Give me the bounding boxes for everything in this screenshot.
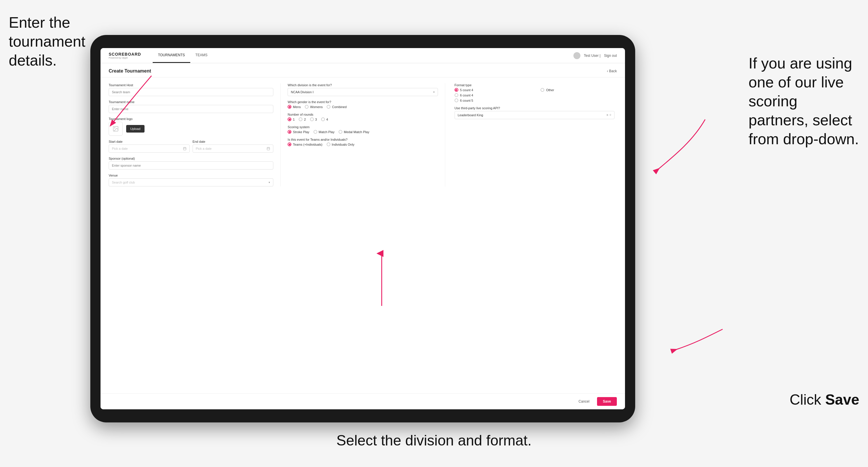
end-date-input[interactable]: Pick a date — [193, 145, 274, 153]
end-date-label: End date — [193, 140, 274, 143]
arrow-live-scoring — [641, 117, 714, 175]
tournament-logo-field: Tournament logo Upload — [109, 117, 273, 136]
tournament-name-label: Tournament name — [109, 100, 273, 104]
back-button[interactable]: ‹ Back — [607, 69, 617, 73]
radio-icon — [455, 88, 458, 92]
scoring-match[interactable]: Match Play — [313, 130, 335, 134]
event-type-field: Is this event for Teams and/or Individua… — [287, 138, 438, 146]
event-teams[interactable]: Teams (+Individuals) — [287, 143, 322, 146]
rounds-radio-group: 1 2 3 4 — [287, 117, 438, 121]
svg-rect-2 — [183, 148, 186, 150]
rounds-4[interactable]: 4 — [321, 117, 328, 121]
event-type-radio-group: Teams (+Individuals) Individuals Only — [287, 143, 438, 146]
radio-icon — [455, 98, 458, 102]
tablet-screen: SCOREBOARD Powered by clippit TOURNAMENT… — [100, 48, 625, 409]
tournament-logo-label: Tournament logo — [109, 117, 273, 121]
nav-tab-teams[interactable]: TEAMS — [190, 48, 213, 63]
date-row: Start date Pick a date End date — [109, 140, 273, 153]
middle-column: Which division is the event for? NCAA Di… — [280, 83, 445, 186]
form-footer: Cancel Save — [100, 393, 625, 409]
event-type-label: Is this event for Teams and/or Individua… — [287, 138, 438, 141]
gender-mens[interactable]: Mens — [287, 105, 301, 109]
radio-icon — [321, 117, 325, 121]
save-button[interactable]: Save — [597, 397, 617, 406]
form-header: Create Tournament ‹ Back — [100, 63, 625, 77]
start-date-input[interactable]: Pick a date — [109, 145, 190, 153]
right-column: Format type 5 count 4 Other — [452, 83, 617, 186]
user-name: Test User | — [584, 54, 600, 58]
rounds-field: Number of rounds 1 2 — [287, 113, 438, 121]
rounds-1[interactable]: 1 — [287, 117, 294, 121]
format-5count4[interactable]: 5 count 4 — [455, 88, 534, 92]
division-select[interactable]: NCAA Division I ▾ — [287, 88, 438, 96]
gender-womens[interactable]: Womens — [305, 105, 322, 109]
gender-radio-group: Mens Womens Combined — [287, 105, 438, 109]
svg-rect-6 — [267, 148, 270, 150]
format-6count5[interactable]: 6 count 5 — [455, 98, 534, 102]
radio-icon — [287, 117, 291, 121]
annotation-select-division: Select the division and format. — [337, 432, 532, 450]
third-party-label: Use third-party live scoring API? — [455, 106, 615, 110]
nav-tabs: TOURNAMENTS TEAMS — [153, 48, 213, 63]
tablet-device: SCOREBOARD Powered by clippit TOURNAMENT… — [90, 35, 635, 423]
user-avatar — [574, 52, 581, 59]
start-date-field: Start date Pick a date — [109, 140, 190, 153]
scoring-field: Scoring system Stroke Play Match Play — [287, 125, 438, 134]
logo-placeholder — [109, 122, 123, 136]
format-options-group: 5 count 4 Other 6 count 4 — [455, 88, 615, 102]
scoring-radio-group: Stroke Play Match Play Medal Match Play — [287, 130, 438, 134]
rounds-label: Number of rounds — [287, 113, 438, 116]
radio-icon — [455, 93, 458, 97]
chevron-down-icon: ▾ — [269, 181, 270, 184]
scoring-label: Scoring system — [287, 125, 438, 129]
form-container: Create Tournament ‹ Back Tournament Host… — [100, 63, 625, 409]
navbar: SCOREBOARD Powered by clippit TOURNAMENT… — [100, 48, 625, 63]
rounds-3[interactable]: 3 — [310, 117, 317, 121]
venue-label: Venue — [109, 174, 273, 177]
event-individuals[interactable]: Individuals Only — [327, 143, 354, 146]
cancel-button[interactable]: Cancel — [574, 397, 594, 406]
radio-icon — [313, 130, 317, 134]
venue-select[interactable]: Search golf club ▾ — [109, 178, 273, 186]
scoring-medal[interactable]: Medal Match Play — [339, 130, 369, 134]
tournament-name-field: Tournament name — [109, 100, 273, 113]
tournament-name-input[interactable] — [109, 105, 273, 113]
radio-icon — [339, 130, 342, 134]
sign-out-link[interactable]: Sign out — [604, 54, 617, 58]
third-party-select[interactable]: Leaderboard King × ÷ — [455, 111, 615, 119]
sponsor-label: Sponsor (optional) — [109, 157, 273, 160]
venue-field: Venue Search golf club ▾ — [109, 174, 273, 186]
clear-icon[interactable]: × ÷ — [606, 113, 611, 117]
gender-combined[interactable]: Combined — [327, 105, 346, 109]
division-field: Which division is the event for? NCAA Di… — [287, 83, 438, 96]
tournament-host-label: Tournament Host — [109, 83, 273, 87]
annotation-enter-details: Enter the tournament details. — [9, 13, 114, 70]
radio-icon — [327, 105, 331, 109]
svg-point-1 — [114, 127, 115, 128]
upload-button[interactable]: Upload — [126, 125, 145, 132]
left-column: Tournament Host Tournament name Tourname… — [109, 83, 273, 186]
third-party-field: Use third-party live scoring API? Leader… — [455, 106, 615, 119]
form-title: Create Tournament — [109, 68, 151, 74]
format-type-field: Format type 5 count 4 Other — [455, 83, 615, 102]
radio-icon — [287, 143, 291, 146]
logo-area: Upload — [109, 122, 273, 136]
search-team-input[interactable] — [109, 88, 273, 96]
division-label: Which division is the event for? — [287, 83, 438, 87]
format-6count4[interactable]: 6 count 4 — [455, 93, 534, 97]
radio-icon — [299, 117, 303, 121]
sponsor-field: Sponsor (optional) — [109, 157, 273, 169]
sponsor-input[interactable] — [109, 161, 273, 169]
format-type-label: Format type — [455, 83, 615, 87]
radio-icon — [540, 88, 544, 92]
annotation-live-scoring: If you are using one of our live scoring… — [748, 54, 859, 149]
scoring-stroke[interactable]: Stroke Play — [287, 130, 309, 134]
radio-icon — [287, 130, 291, 134]
radio-icon — [305, 105, 309, 109]
rounds-2[interactable]: 2 — [299, 117, 306, 121]
gender-label: Which gender is the event for? — [287, 100, 438, 104]
chevron-down-icon: ▾ — [433, 91, 435, 94]
nav-tab-tournaments[interactable]: TOURNAMENTS — [153, 48, 190, 63]
format-other[interactable]: Other — [540, 88, 615, 92]
start-date-label: Start date — [109, 140, 190, 143]
